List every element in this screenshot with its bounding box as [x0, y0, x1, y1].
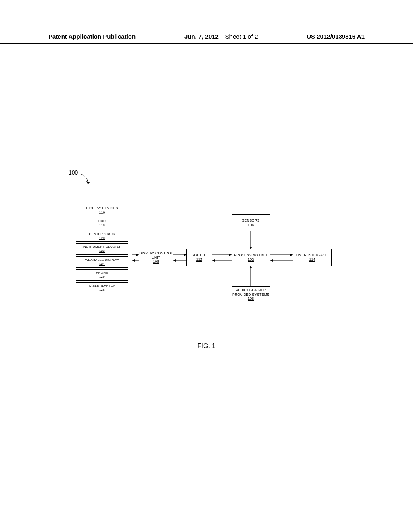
instrument-ref: 122 — [99, 249, 105, 253]
page-header: Patent Application Publication Jun. 7, 2… — [0, 33, 413, 44]
systems-ref: 106 — [248, 297, 254, 301]
svg-marker-14 — [290, 254, 293, 256]
svg-marker-2 — [136, 254, 139, 256]
svg-marker-12 — [212, 259, 215, 262]
block-display-control-unit: DISPLAY CONTROL UNIT 108 — [139, 249, 173, 266]
block-wearable-display: WEARABLE DISPLAY 124 — [76, 256, 128, 268]
figure-caption: FIG. 1 — [0, 343, 413, 350]
block-instrument-cluster: INSTRUMENT CLUSTER 122 — [76, 243, 128, 255]
sensors-ref: 104 — [248, 223, 254, 227]
figure-1-diagram: 100 DISPLAY DEVICES 110 HUD 118 CENTER S… — [0, 169, 413, 355]
dcu-label: DISPLAY CONTROL UNIT — [139, 251, 173, 260]
publication-date: Jun. 7, 2012 — [184, 33, 219, 40]
instrument-label: INSTRUMENT CLUSTER — [82, 245, 121, 249]
svg-marker-0 — [86, 181, 90, 185]
svg-marker-20 — [250, 266, 252, 268]
systems-label: VEHICLE/DRIVER PROVIDED SYSTEMS — [232, 288, 270, 297]
svg-marker-18 — [250, 247, 252, 249]
block-display-devices: DISPLAY DEVICES 110 HUD 118 CENTER STACK… — [72, 204, 132, 306]
block-center-stack: CENTER STACK 120 — [76, 231, 128, 242]
header-center: Jun. 7, 2012 Sheet 1 of 2 — [184, 33, 258, 40]
ui-ref: 114 — [309, 258, 315, 262]
block-router: ROUTER 112 — [186, 249, 212, 266]
wearable-label: WEARABLE DISPLAY — [85, 258, 119, 262]
display-devices-title: DISPLAY DEVICES 110 — [86, 206, 118, 214]
svg-marker-10 — [229, 254, 232, 256]
svg-marker-16 — [270, 259, 273, 262]
block-sensors: SENSORS 104 — [232, 214, 270, 231]
block-user-interface: USER INTERFACE 114 — [293, 249, 332, 266]
block-tablet-laptop: TABLET/LAPTOP 128 — [76, 282, 128, 293]
block-processing-unit: PROCESSING UNIT 102 — [232, 249, 270, 266]
center-stack-label: CENTER STACK — [89, 232, 115, 236]
connector-display-dcu — [132, 252, 139, 263]
block-vehicle-driver-systems: VEHICLE/DRIVER PROVIDED SYSTEMS 106 — [232, 286, 270, 303]
block-phone: PHONE 126 — [76, 269, 128, 281]
connector-router-proc — [212, 252, 232, 263]
phone-ref: 126 — [99, 275, 105, 279]
connector-systems-proc — [248, 266, 253, 286]
figure-reference-100: 100 — [69, 169, 78, 176]
svg-marker-6 — [184, 254, 186, 256]
tablet-label: TABLET/LAPTOP — [88, 284, 115, 288]
wearable-ref: 124 — [99, 262, 105, 266]
publication-label: Patent Application Publication — [48, 33, 136, 40]
tablet-ref: 128 — [99, 288, 105, 292]
svg-marker-4 — [132, 259, 135, 262]
connector-proc-ui — [270, 252, 293, 263]
router-ref: 112 — [196, 258, 202, 262]
sensors-label: SENSORS — [242, 218, 260, 223]
ui-label: USER INTERFACE — [296, 253, 328, 258]
dcu-ref: 108 — [153, 260, 159, 264]
processing-label: PROCESSING UNIT — [234, 253, 267, 258]
router-label: ROUTER — [192, 253, 207, 258]
hud-ref: 118 — [99, 223, 105, 227]
center-stack-ref: 120 — [99, 236, 105, 240]
application-number: US 2012/0139816 A1 — [307, 33, 365, 40]
processing-ref: 102 — [248, 258, 254, 262]
connector-sensors-proc — [248, 231, 253, 249]
display-devices-ref: 110 — [86, 210, 118, 215]
phone-label: PHONE — [96, 271, 108, 275]
svg-marker-8 — [173, 259, 176, 262]
display-devices-label: DISPLAY DEVICES — [86, 206, 118, 210]
sheet-number: Sheet 1 of 2 — [225, 33, 258, 40]
figure-reference-arrow-icon — [81, 173, 90, 185]
connector-dcu-router — [173, 252, 186, 263]
block-hud: HUD 118 — [76, 218, 128, 229]
hud-label: HUD — [98, 219, 106, 223]
